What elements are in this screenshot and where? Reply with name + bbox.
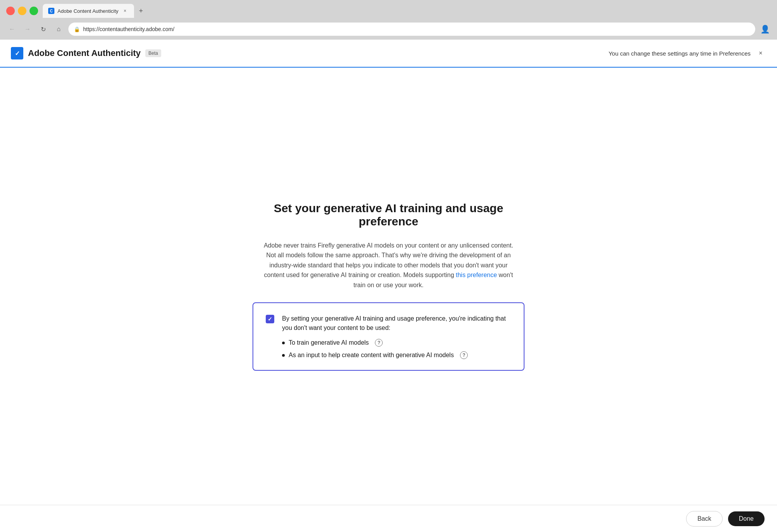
- checkmark-icon: ✓: [268, 316, 272, 322]
- notification-banner: You can change these settings any time i…: [608, 48, 766, 59]
- app-name: Adobe Content Authenticity: [28, 48, 141, 58]
- new-tab-button[interactable]: +: [136, 5, 146, 16]
- browser-titlebar: C Adobe Content Authenticity × +: [0, 0, 777, 20]
- checkmark-icon: ✓: [15, 50, 20, 57]
- nav-back-button[interactable]: ←: [6, 23, 18, 35]
- bullet-text-2: As an input to help create content with …: [289, 352, 454, 359]
- browser-toolbar: ← → ↻ ⌂ 🔒 https://contentauthenticity.ad…: [0, 20, 777, 40]
- main-content: Set your generative AI training and usag…: [0, 68, 777, 505]
- beta-badge: Beta: [145, 49, 161, 57]
- profile-icon: 👤: [760, 24, 770, 34]
- page-description: Adobe never trains Firefly generative AI…: [260, 241, 517, 290]
- info-icon-2[interactable]: ?: [460, 351, 468, 359]
- app-footer: Back Done: [0, 505, 777, 532]
- nav-forward-button[interactable]: →: [22, 23, 33, 35]
- checkbox-card: ✓ By setting your generative AI training…: [253, 302, 524, 371]
- notification-text: You can change these settings any time i…: [608, 50, 751, 57]
- done-button[interactable]: Done: [728, 511, 765, 526]
- profile-button[interactable]: 👤: [759, 23, 771, 35]
- preference-link[interactable]: this preference: [456, 272, 497, 278]
- window-minimize-button[interactable]: [18, 7, 26, 15]
- tab-favicon-icon: C: [48, 8, 54, 14]
- app-header: ✓ Adobe Content Authenticity Beta You ca…: [0, 40, 777, 68]
- checkbox-label: By setting your generative AI training a…: [282, 314, 511, 333]
- browser-tab-active[interactable]: C Adobe Content Authenticity ×: [43, 4, 134, 18]
- tab-close-button[interactable]: ×: [122, 7, 129, 14]
- address-lock-icon: 🔒: [74, 26, 80, 32]
- address-url: https://contentauthenticity.adobe.com/: [83, 26, 750, 32]
- browser-chrome: C Adobe Content Authenticity × + ← → ↻ ⌂…: [0, 0, 777, 40]
- window-controls: [6, 7, 38, 15]
- content-center: Set your generative AI training and usag…: [253, 202, 524, 371]
- bullet-text-1: To train generative AI models: [289, 339, 369, 346]
- app-logo-icon: ✓: [11, 47, 23, 59]
- browser-tabs: C Adobe Content Authenticity × +: [43, 4, 771, 18]
- page-heading: Set your generative AI training and usag…: [253, 202, 524, 228]
- window-maximize-button[interactable]: [30, 7, 38, 15]
- back-button[interactable]: Back: [686, 511, 723, 527]
- app-window: ✓ Adobe Content Authenticity Beta You ca…: [0, 40, 777, 532]
- nav-refresh-button[interactable]: ↻: [37, 23, 49, 35]
- info-icon-1[interactable]: ?: [375, 339, 383, 347]
- bullet-dot-icon: [282, 342, 285, 344]
- list-item: As an input to help create content with …: [282, 351, 511, 359]
- tab-title: Adobe Content Authenticity: [57, 8, 118, 14]
- bullet-dot-icon: [282, 354, 285, 357]
- app-logo: ✓ Adobe Content Authenticity Beta: [11, 47, 161, 59]
- consent-checkbox[interactable]: ✓: [266, 315, 274, 323]
- nav-home-button[interactable]: ⌂: [53, 23, 64, 35]
- checkbox-content: By setting your generative AI training a…: [282, 314, 511, 359]
- address-bar[interactable]: 🔒 https://contentauthenticity.adobe.com/: [68, 23, 755, 36]
- window-close-button[interactable]: [6, 7, 15, 15]
- list-item: To train generative AI models ?: [282, 339, 511, 347]
- bullet-list: To train generative AI models ? As an in…: [282, 339, 511, 359]
- notification-close-button[interactable]: ×: [755, 48, 766, 59]
